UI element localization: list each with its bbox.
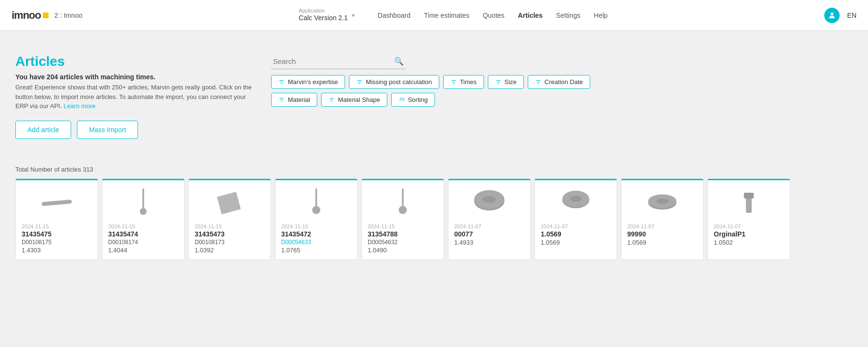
learn-more-link[interactable]: Learn more: [63, 102, 95, 110]
filter-icon: [278, 97, 285, 103]
filter-chips-row2: Material Material Shape Sorting: [271, 93, 853, 107]
card-id: 31354788: [368, 230, 438, 238]
filter-icon: [278, 79, 285, 86]
article-card[interactable]: 2024-11-07 1.0569 1.0569: [534, 179, 617, 260]
logo-box: imnoo: [12, 9, 49, 22]
svg-rect-24: [41, 199, 72, 206]
main-content: Articles You have 204 articles with mach…: [0, 31, 868, 139]
workspace-label: 2 : Imnoo: [54, 12, 82, 19]
nav-dashboard[interactable]: Dashboard: [378, 12, 411, 19]
filter-icon: [450, 79, 457, 86]
svg-point-37: [570, 196, 582, 202]
svg-point-0: [831, 12, 833, 15]
avatar[interactable]: [824, 8, 840, 23]
card-id: 99990: [627, 230, 697, 238]
card-id: 31435473: [195, 230, 265, 238]
svg-point-26: [140, 208, 147, 214]
cards-grid: 2024-11-15 31435475 D00108175 1.4303 202…: [15, 179, 853, 260]
filter-sorting[interactable]: Sorting: [391, 93, 435, 107]
card-ref: D00054633: [281, 239, 351, 246]
card-image: [454, 186, 524, 220]
filter-marvins-expertise[interactable]: Marvin's expertise: [271, 75, 345, 89]
card-date: 2024-11-15: [368, 223, 438, 229]
lang-selector[interactable]: EN: [847, 12, 856, 19]
nav-time-estimates[interactable]: Time estimates: [424, 12, 469, 19]
card-value: 1.0569: [541, 239, 611, 246]
article-card[interactable]: 2024-11-15 31435473 D00108173 1.0392: [188, 179, 271, 260]
logo-yellow-square: [43, 12, 49, 18]
app-selector-arrow-icon: ▾: [352, 12, 355, 19]
nav-right: EN: [824, 8, 856, 23]
articles-count: You have 204 articles with machining tim…: [15, 73, 256, 81]
article-card[interactable]: 2024-11-07 OrginalP1 1.0502: [707, 179, 790, 260]
filter-icon: [328, 97, 335, 103]
card-image: [627, 186, 697, 220]
card-id: 31435475: [22, 230, 92, 238]
card-id: 31435472: [281, 230, 351, 238]
mass-import-button[interactable]: Mass Import: [77, 121, 138, 139]
card-ref: D00108174: [108, 239, 178, 246]
card-image: [368, 186, 438, 220]
card-image: [714, 186, 784, 220]
articles-desc: Great! Experience shows that with 250+ a…: [15, 83, 256, 111]
nav-articles[interactable]: Articles: [518, 12, 543, 19]
search-icon: 🔍: [394, 57, 404, 66]
card-ref: D00108173: [195, 239, 265, 246]
search-box: 🔍: [271, 54, 406, 69]
filter-times[interactable]: Times: [443, 75, 484, 89]
card-date: 2024-11-07: [714, 223, 784, 229]
nav-help[interactable]: Help: [594, 12, 608, 19]
card-date: 2024-11-15: [281, 223, 351, 229]
svg-rect-30: [402, 188, 404, 207]
card-image: [22, 186, 92, 220]
article-card[interactable]: 2024-11-07 00077 1.4933: [448, 179, 531, 260]
filter-chips-row1: Marvin's expertise Missing post calculat…: [271, 75, 853, 89]
card-id: OrginalP1: [714, 230, 784, 238]
search-row: 🔍: [271, 54, 853, 69]
card-image: [108, 186, 178, 220]
article-card[interactable]: 2024-11-15 31435474 D00108174 1.4044: [102, 179, 185, 260]
card-image: [541, 186, 611, 220]
card-ref: D00054632: [368, 239, 438, 246]
card-image: [195, 186, 265, 220]
card-date: 2024-11-07: [541, 223, 611, 229]
article-card[interactable]: 2024-11-15 31435475 D00108175 1.4303: [15, 179, 98, 260]
nav-settings[interactable]: Settings: [556, 12, 581, 19]
filter-icon: [495, 79, 502, 86]
app-selector[interactable]: Application Calc Version 2.1 ▾: [299, 8, 355, 22]
article-card[interactable]: 2024-11-07 99990 1.0569: [621, 179, 704, 260]
action-buttons: Add article Mass Import: [15, 121, 256, 139]
svg-point-31: [399, 206, 407, 214]
card-date: 2024-11-15: [22, 223, 92, 229]
filter-missing-post-calculation[interactable]: Missing post calculation: [349, 75, 439, 89]
card-value: 1.0502: [714, 239, 784, 246]
card-value: 1.0392: [195, 247, 265, 254]
card-date: 2024-11-15: [108, 223, 178, 229]
filter-material-shape[interactable]: Material Shape: [321, 93, 387, 107]
navbar: imnoo 2 : Imnoo Application Calc Version…: [0, 0, 868, 31]
card-image: [281, 186, 351, 220]
svg-rect-28: [315, 188, 317, 207]
card-value: 1.4303: [22, 247, 92, 254]
add-article-button[interactable]: Add article: [15, 121, 71, 139]
card-id: 00077: [454, 230, 524, 238]
filter-size[interactable]: Size: [488, 75, 524, 89]
article-card[interactable]: 2024-11-15 31435472 D00054633 1.0765: [275, 179, 358, 260]
articles-section: Total Number of articles 313 2024-11-15 …: [0, 154, 868, 260]
svg-rect-41: [746, 197, 752, 213]
sort-icon: [398, 97, 405, 103]
filter-creation-date[interactable]: Creation Date: [528, 75, 590, 89]
card-id: 1.0569: [541, 230, 611, 238]
total-count: Total Number of articles 313: [15, 166, 853, 173]
card-value: 1.0569: [627, 239, 697, 246]
card-date: 2024-11-15: [195, 223, 265, 229]
card-value: 1.4044: [108, 247, 178, 254]
svg-point-40: [656, 198, 668, 203]
article-card[interactable]: 2024-11-15 31354788 D00054632 1.0490: [361, 179, 444, 260]
filter-material[interactable]: Material: [271, 93, 317, 107]
app-selector-value: Calc Version 2.1: [299, 14, 348, 22]
nav-quotes[interactable]: Quotes: [483, 12, 504, 19]
card-value: 1.0490: [368, 247, 438, 254]
search-input[interactable]: [273, 57, 394, 65]
svg-point-29: [312, 206, 321, 214]
